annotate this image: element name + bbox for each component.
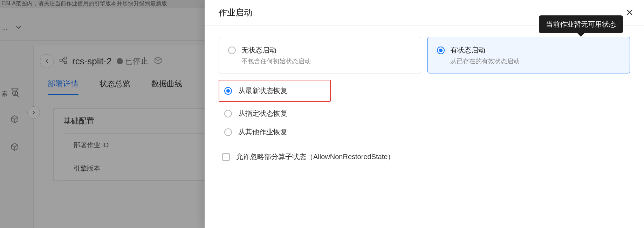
checkbox-icon (222, 153, 230, 161)
search-fragment: 索 (1, 90, 8, 98)
radio-icon (224, 128, 232, 136)
cube-icon[interactable] (11, 115, 19, 123)
divider (219, 177, 630, 177)
expand-button[interactable] (27, 106, 40, 119)
checkbox-label: 允许忽略部分算子状态（AllowNonRestoredState） (236, 152, 395, 162)
card-title: 无状态启动 (241, 45, 311, 55)
status-label: 已停止 (125, 56, 148, 66)
radio-icon (224, 87, 232, 95)
back-button[interactable] (40, 54, 54, 68)
allow-non-restored-checkbox[interactable]: 允许忽略部分算子状态（AllowNonRestoredState） (222, 152, 630, 162)
svg-marker-2 (12, 89, 18, 95)
status-badge: 已停止 (117, 56, 148, 66)
card-stateless-start[interactable]: 无状态启动 不包含任何初始状态启动 (219, 37, 421, 73)
card-sub: 不包含任何初始状态启动 (241, 57, 311, 65)
drawer-body: 无状态启动 不包含任何初始状态启动 有状态启动 从已存在的有效状态启动 从最新状… (205, 26, 644, 188)
radio-icon (224, 110, 232, 117)
resource-icon[interactable] (154, 56, 162, 66)
chevron-down-icon[interactable] (14, 23, 23, 33)
filter-icon[interactable] (11, 87, 19, 96)
option-recover-latest[interactable]: 从最新状态恢复 (224, 86, 325, 95)
card-stateful-start[interactable]: 有状态启动 从已存在的有效状态启动 (427, 37, 630, 73)
job-name: rcs-split-2 (72, 56, 112, 67)
workflow-icon (59, 56, 67, 66)
option-label: 从指定状态恢复 (238, 109, 287, 118)
recover-options-rest: 从指定状态恢复 从其他作业恢复 (222, 109, 630, 137)
svg-rect-5 (60, 59, 62, 61)
tooltip-text: 当前作业暂无可用状态 (546, 20, 616, 28)
start-mode-cards: 无状态启动 不包含任何初始状态启动 有状态启动 从已存在的有效状态启动 (219, 37, 630, 73)
tab-deploy-details[interactable]: 部署详情 (48, 79, 78, 95)
option-label: 从最新状态恢复 (238, 86, 287, 95)
tab-data-curve[interactable]: 数据曲线 (151, 79, 182, 95)
close-icon[interactable]: ✕ (626, 8, 633, 17)
sidebar-actions (11, 87, 19, 151)
tooltip-no-state: 当前作业暂无可用状态 (539, 15, 623, 33)
start-job-drawer: 作业启动 ✕ 无状态启动 不包含任何初始状态启动 有状态启动 从已存在的有效状态… (205, 0, 644, 228)
radio-icon (228, 47, 236, 54)
option-recover-other-job[interactable]: 从其他作业恢复 (224, 127, 630, 137)
breadcrumb: ... (0, 21, 23, 35)
radio-icon (437, 47, 445, 54)
svg-rect-7 (64, 61, 66, 63)
option-recover-specified[interactable]: 从指定状态恢复 (224, 109, 630, 118)
drawer-title: 作业启动 (219, 7, 252, 18)
tab-state-overview[interactable]: 状态总览 (100, 79, 130, 95)
card-sub: 从已存在的有效状态启动 (450, 57, 520, 65)
card-title: 有状态启动 (450, 45, 520, 55)
option-label: 从其他作业恢复 (238, 127, 287, 137)
recover-option-highlight: 从最新状态恢复 (219, 80, 331, 102)
notice-text: ESLA范围内，请关注当前作业使用的引擎版本并尽快升级到最新版 (1, 0, 167, 6)
cube-icon-2[interactable] (11, 143, 19, 151)
svg-rect-6 (64, 57, 66, 59)
breadcrumb-trail: ... (2, 24, 7, 32)
